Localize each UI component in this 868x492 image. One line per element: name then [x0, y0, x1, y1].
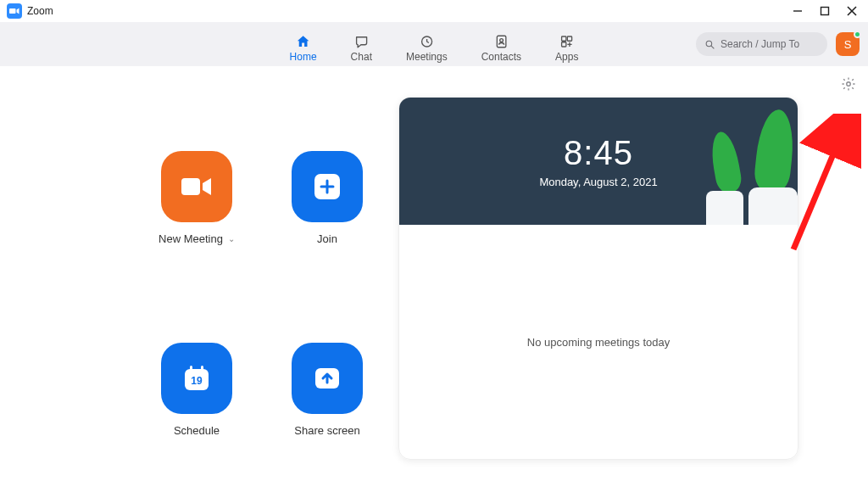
- presence-indicator-icon: [854, 31, 861, 38]
- video-icon: [180, 175, 214, 198]
- avatar[interactable]: S: [836, 32, 860, 56]
- nav-home[interactable]: Home: [288, 31, 319, 66]
- app-title: Zoom: [27, 5, 53, 17]
- plant-decoration-icon: [753, 108, 797, 194]
- contacts-icon: [493, 34, 509, 49]
- chevron-down-icon: ⌄: [228, 234, 235, 243]
- new-meeting-label: New Meeting: [159, 232, 223, 245]
- svg-point-11: [706, 41, 712, 47]
- plus-icon: [313, 172, 342, 201]
- nav-contacts[interactable]: Contacts: [480, 31, 523, 66]
- clock-icon: [419, 34, 434, 49]
- svg-rect-14: [181, 178, 200, 195]
- search-icon: [704, 39, 715, 50]
- home-icon: [296, 34, 311, 49]
- action-share-screen: Share screen: [275, 343, 380, 492]
- plant-decoration-icon: [706, 191, 743, 225]
- calendar-icon: 19: [181, 363, 212, 394]
- nav-home-label: Home: [290, 51, 317, 63]
- share-screen-label: Share screen: [294, 424, 359, 437]
- svg-line-12: [711, 46, 714, 48]
- maximize-button[interactable]: [819, 5, 831, 17]
- panel-hero: 8:45 Monday, August 2, 2021: [399, 98, 798, 225]
- nav-chat[interactable]: Chat: [349, 31, 374, 66]
- plant-decoration-icon: [708, 130, 743, 194]
- schedule-button[interactable]: 19: [161, 343, 232, 414]
- toolbar: Home Chat Meetings Contacts Apps Search …: [0, 22, 868, 66]
- search-input[interactable]: Search / Jump To: [696, 32, 827, 56]
- titlebar-left: Zoom: [7, 3, 53, 19]
- svg-point-13: [847, 82, 851, 87]
- avatar-initial: S: [844, 38, 852, 51]
- action-new-meeting: New Meeting ⌄: [144, 151, 249, 300]
- titlebar: Zoom: [0, 0, 868, 22]
- action-schedule: 19 Schedule: [144, 343, 249, 492]
- join-label: Join: [317, 232, 337, 245]
- svg-rect-8: [562, 36, 566, 41]
- svg-line-23: [793, 124, 846, 249]
- nav-meetings-label: Meetings: [406, 51, 448, 63]
- plant-decoration-icon: [748, 187, 798, 225]
- share-screen-icon: [313, 364, 342, 393]
- nav-contacts-label: Contacts: [481, 51, 521, 63]
- nav-apps-label: Apps: [555, 51, 578, 63]
- settings-button[interactable]: [841, 76, 856, 92]
- nav-apps[interactable]: Apps: [554, 31, 580, 66]
- actions-grid: New Meeting ⌄ Join 19 Schedule Share scr…: [0, 66, 398, 492]
- window-controls: [792, 5, 863, 17]
- zoom-logo-icon: [7, 3, 22, 19]
- share-screen-button[interactable]: [292, 343, 363, 414]
- search-placeholder: Search / Jump To: [721, 38, 799, 50]
- svg-rect-19: [190, 366, 192, 372]
- toolbar-right: Search / Jump To S: [696, 32, 868, 56]
- svg-text:19: 19: [191, 375, 203, 387]
- svg-point-7: [499, 39, 503, 42]
- chat-icon: [353, 34, 369, 49]
- nav-chat-label: Chat: [351, 51, 372, 63]
- action-join: Join: [275, 151, 380, 300]
- schedule-label: Schedule: [174, 424, 220, 437]
- body: New Meeting ⌄ Join 19 Schedule Share scr…: [0, 66, 868, 492]
- upcoming-panel: 8:45 Monday, August 2, 2021 No upcoming …: [398, 97, 798, 460]
- nav: Home Chat Meetings Contacts Apps: [288, 22, 581, 66]
- svg-rect-20: [201, 366, 203, 372]
- minimize-button[interactable]: [792, 5, 804, 17]
- svg-rect-2: [821, 8, 829, 15]
- join-button[interactable]: [292, 151, 363, 222]
- new-meeting-options[interactable]: New Meeting ⌄: [159, 232, 235, 245]
- svg-rect-9: [567, 36, 571, 41]
- no-meetings-text: No upcoming meetings today: [527, 336, 670, 349]
- svg-rect-10: [562, 42, 566, 47]
- panel-body: No upcoming meetings today: [399, 225, 798, 459]
- new-meeting-button[interactable]: [161, 151, 232, 222]
- apps-icon: [559, 34, 575, 49]
- svg-rect-0: [9, 8, 16, 14]
- clock-date: Monday, August 2, 2021: [539, 176, 657, 188]
- nav-meetings[interactable]: Meetings: [404, 31, 449, 66]
- close-button[interactable]: [846, 5, 858, 17]
- clock-time: 8:45: [564, 134, 633, 172]
